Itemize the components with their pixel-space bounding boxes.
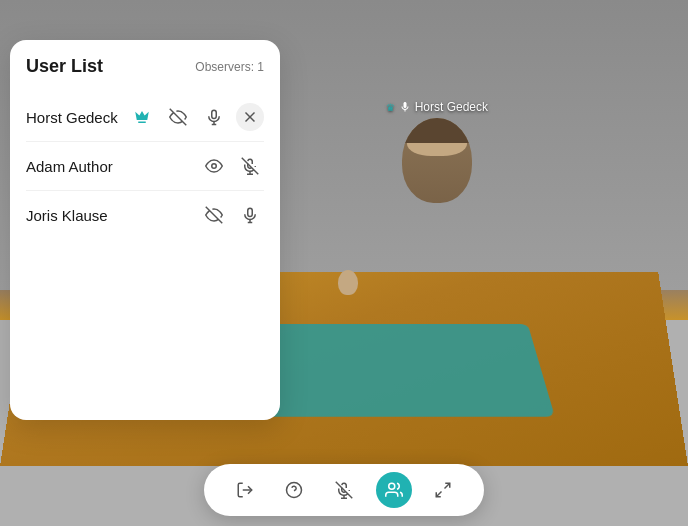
- user-name-joris: Joris Klause: [26, 207, 200, 224]
- users-icon: [385, 481, 403, 499]
- mic-toolbar-button[interactable]: [326, 472, 362, 508]
- exit-icon: [236, 481, 254, 499]
- svg-point-20: [388, 483, 394, 489]
- user-icons-adam: [200, 152, 264, 180]
- users-button[interactable]: [376, 472, 412, 508]
- mic-icon-avatar: [399, 101, 411, 113]
- user-row-adam: Adam Author: [26, 142, 264, 190]
- room-avatar: ♛ Horst Gedeck: [386, 100, 488, 203]
- crown-icon-horst: [133, 108, 151, 126]
- user-list-panel: User List Observers: 1 Horst Gedeck: [10, 40, 280, 420]
- help-button[interactable]: [276, 472, 312, 508]
- mic-icon-joris: [241, 206, 259, 224]
- crown-button-horst[interactable]: [128, 103, 156, 131]
- avatar-head: [402, 118, 472, 203]
- exit-button[interactable]: [227, 472, 263, 508]
- visibility-button-joris[interactable]: [200, 201, 228, 229]
- avatar-label: ♛ Horst Gedeck: [386, 100, 488, 114]
- mic-button-horst[interactable]: [200, 103, 228, 131]
- fullscreen-button[interactable]: [425, 472, 461, 508]
- visibility-button-adam[interactable]: [200, 152, 228, 180]
- fullscreen-icon: [434, 481, 452, 499]
- yoga-mat: [245, 324, 555, 417]
- small-avatar: [338, 270, 358, 295]
- eye-off-icon-horst: [169, 108, 187, 126]
- user-name-adam: Adam Author: [26, 158, 200, 175]
- svg-rect-11: [248, 208, 253, 216]
- eye-icon-adam: [205, 157, 223, 175]
- close-icon-horst: [241, 108, 259, 126]
- user-row-joris: Joris Klause: [26, 191, 264, 239]
- panel-title: User List: [26, 56, 103, 77]
- close-button-horst[interactable]: [236, 103, 264, 131]
- toolbar: [204, 464, 484, 516]
- user-name-horst: Horst Gedeck: [26, 109, 128, 126]
- svg-rect-1: [212, 110, 217, 118]
- user-icons-joris: [200, 201, 264, 229]
- mic-button-joris[interactable]: [236, 201, 264, 229]
- svg-line-21: [445, 483, 450, 488]
- crown-icon: ♛: [386, 102, 395, 113]
- svg-point-6: [212, 164, 217, 169]
- eye-off-icon-joris: [205, 206, 223, 224]
- mic-off-icon-adam: [241, 157, 259, 175]
- visibility-button-horst[interactable]: [164, 103, 192, 131]
- user-icons-horst: [128, 103, 264, 131]
- svg-line-22: [436, 492, 441, 497]
- mic-button-adam[interactable]: [236, 152, 264, 180]
- mic-off-toolbar-icon: [335, 481, 353, 499]
- observers-badge: Observers: 1: [195, 60, 264, 74]
- user-row-horst: Horst Gedeck: [26, 93, 264, 141]
- help-icon: [285, 481, 303, 499]
- panel-header: User List Observers: 1: [26, 56, 264, 77]
- mic-icon-horst: [205, 108, 223, 126]
